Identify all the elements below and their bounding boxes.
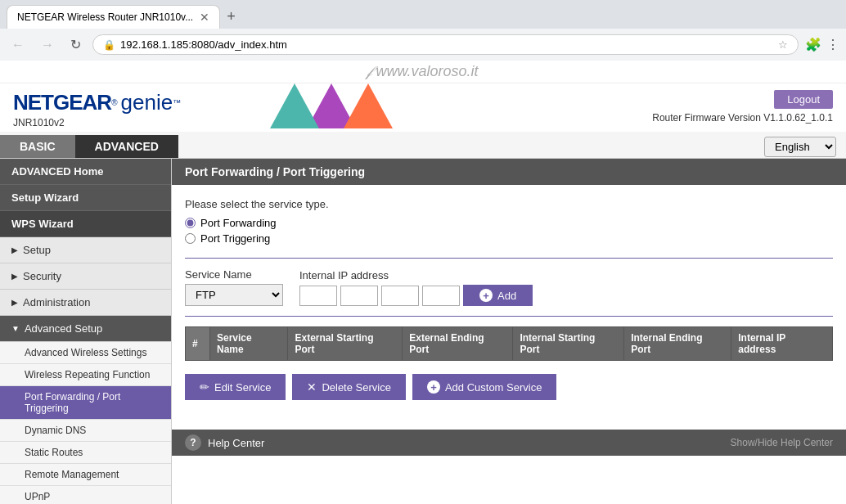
sidebar: ADVANCED Home Setup Wizard WPS Wizard ▶ … [0,159,172,504]
firmware-version: Router Firmware Version V1.1.0.62_1.0.1 [652,112,833,124]
menu-button[interactable]: ⋮ [826,37,839,52]
header-right: Logout Router Firmware Version V1.1.0.62… [652,90,833,124]
browser-tab[interactable]: NETGEAR Wireless Router JNR1010v... ✕ [7,5,220,29]
add-button[interactable]: + Add [463,285,533,306]
ip-field-4[interactable] [422,286,460,306]
tab-close-button[interactable]: ✕ [200,11,209,24]
nav-tabs-left: BASIC ADVANCED [0,135,178,158]
browser-chrome: NETGEAR Wireless Router JNR1010v... ✕ + … [0,0,846,61]
sidebar-item-setup-wizard[interactable]: Setup Wizard [0,185,171,211]
ip-field-3[interactable] [381,286,419,306]
tab-title: NETGEAR Wireless Router JNR1010v... [17,11,193,23]
edit-service-button[interactable]: ✏ Edit Service [185,374,286,400]
logo-row: NETGEAR ® genie ™ [13,90,181,115]
col-ext-start-port: External Starting Port [288,327,403,361]
data-table: # Service Name External Starting Port Ex… [185,326,833,361]
radio-port-triggering-label: Port Triggering [200,232,270,245]
radio-port-triggering-option[interactable]: Port Triggering [185,232,833,245]
delete-service-label: Delete Service [322,381,391,394]
security-icon: 🔒 [103,39,115,51]
sidebar-section-setup[interactable]: ▶ Setup [0,237,171,263]
language-select[interactable]: English Français Deutsch Español [764,137,836,157]
sidebar-section-administration[interactable]: ▶ Administration [0,290,171,316]
help-center-left: ? Help Center [185,434,264,451]
tab-basic[interactable]: BASIC [0,135,75,158]
ip-fields: + Add [299,285,533,306]
radio-port-forwarding-option[interactable]: Port Forwarding [185,217,833,229]
genie-logo-text: genie [121,90,173,115]
col-internal-ip: Internal IP address [731,327,833,361]
advanced-setup-arrow-icon: ▼ [11,324,20,333]
radio-port-forwarding-label: Port Forwarding [200,217,276,229]
setup-arrow-icon: ▶ [11,245,18,254]
tab-bar: NETGEAR Wireless Router JNR1010v... ✕ + [0,0,846,29]
table-head: # Service Name External Starting Port Ex… [186,327,833,361]
sidebar-item-port-forwarding[interactable]: Port Forwarding / Port Triggering [0,386,171,420]
address-input[interactable] [120,38,773,51]
internal-ip-group: Internal IP address + Add [299,269,533,306]
nav-tabs: BASIC ADVANCED English Français Deutsch … [0,132,846,159]
form-row: Service Name FTP HTTP HTTPS TELNET SMTP … [185,268,833,306]
sidebar-section-security-label: Security [23,270,61,282]
service-name-select[interactable]: FTP HTTP HTTPS TELNET SMTP [185,284,283,306]
sidebar-item-static-routes[interactable]: Static Routes [0,442,171,464]
radio-port-forwarding-input[interactable] [185,218,196,228]
add-custom-icon: + [427,380,440,394]
help-icon: ? [185,434,201,451]
administration-arrow-icon: ▶ [11,298,18,307]
ip-field-1[interactable] [299,286,337,306]
sidebar-item-wps-wizard[interactable]: WPS Wizard [0,211,171,237]
add-custom-service-label: Add Custom Service [445,381,542,394]
edit-icon: ✏ [200,380,209,394]
router-model: JNR1010v2 [13,117,181,128]
sidebar-item-dynamic-dns[interactable]: Dynamic DNS [0,420,171,442]
ip-field-2[interactable] [340,286,378,306]
security-arrow-icon: ▶ [11,272,18,281]
sidebar-section-security[interactable]: ▶ Security [0,263,171,290]
tab-advanced[interactable]: ADVANCED [75,135,178,158]
browser-toolbar-icons: 🧩 ⋮ [805,37,839,52]
new-tab-button[interactable]: + [220,5,242,29]
add-button-label: Add [497,290,516,302]
sidebar-item-advanced-home[interactable]: ADVANCED Home [0,159,171,185]
content-area: Port Forwarding / Port Triggering Please… [172,159,846,504]
service-name-group: Service Name FTP HTTP HTTPS TELNET SMTP [185,268,283,306]
delete-service-button[interactable]: ✕ Delete Service [292,374,406,400]
sidebar-section-advanced-setup-label: Advanced Setup [25,322,102,335]
sidebar-item-wireless-repeating[interactable]: Wireless Repeating Function [0,364,171,386]
page-title: Port Forwarding / Port Triggering [172,159,846,185]
col-int-start-port: Internal Starting Port [513,327,624,361]
service-name-label: Service Name [185,268,283,281]
refresh-button[interactable]: ↻ [65,34,86,56]
section-divider-1 [185,258,833,259]
col-service-name: Service Name [210,327,288,361]
service-type-label: Please select the service type. [185,198,833,210]
show-hide-help-link[interactable]: Show/Hide Help Center [731,437,833,448]
content-body: Please select the service type. Port For… [172,185,846,413]
sidebar-section-advanced-setup[interactable]: ▼ Advanced Setup [0,316,171,342]
address-bar: 🔒 ☆ [92,34,799,55]
add-plus-icon: + [479,289,493,302]
back-button[interactable]: ← [7,34,29,56]
sidebar-item-remote-management[interactable]: Remote Management [0,464,171,486]
radio-port-triggering-input[interactable] [185,233,196,244]
col-hash: # [186,327,210,361]
internal-ip-label: Internal IP address [299,269,533,281]
extensions-button[interactable]: 🧩 [805,37,821,52]
bookmark-button[interactable]: ☆ [778,38,788,51]
sidebar-section-administration-label: Administration [23,296,90,308]
router-header: NETGEAR ® genie ™ JNR1010v2 Logout Route… [0,83,846,132]
decorative-shape [270,83,393,128]
delete-icon: ✕ [307,380,317,394]
edit-service-label: Edit Service [214,381,271,394]
trademark-mark: ™ [173,98,181,107]
sidebar-item-upnp[interactable]: UPnP [0,486,171,504]
sidebar-item-advanced-wireless-settings[interactable]: Advanced Wireless Settings [0,342,171,364]
add-custom-service-button[interactable]: + Add Custom Service [412,374,557,400]
logo-area: NETGEAR ® genie ™ JNR1010v2 [13,90,181,128]
logout-button[interactable]: Logout [774,90,833,109]
router-ui: NETGEAR ® genie ™ JNR1010v2 Logout Route… [0,83,846,504]
col-ext-end-port: External Ending Port [403,327,513,361]
forward-button[interactable]: → [36,34,59,56]
sidebar-section-setup-label: Setup [23,244,51,256]
